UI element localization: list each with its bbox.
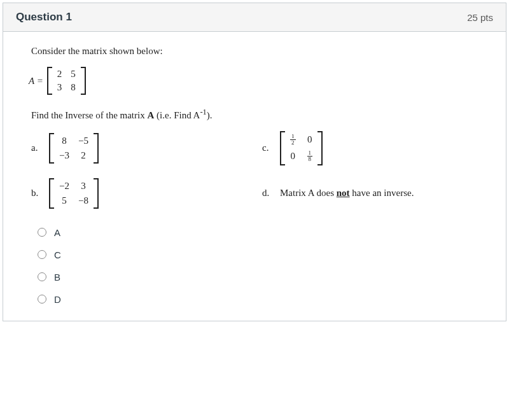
option-c-matrix: 1 2 0 0 1 8 [280, 131, 323, 165]
answer-choice-a[interactable]: A [38, 221, 480, 244]
opt-c-r1c1: 1 2 [290, 134, 296, 146]
matrix-a: 2 5 3 8 [47, 67, 86, 95]
option-c-grid: 1 2 0 0 1 8 [285, 131, 317, 165]
question-title: Question 1 [16, 11, 72, 24]
option-d-text: Matrix A does not have an inverse. [280, 188, 414, 199]
answer-choices: A C B D [3, 215, 506, 321]
opt-a-r2c1: −3 [59, 150, 69, 161]
option-b-matrix: −2 3 5 −8 [49, 178, 99, 209]
question-body: Consider the matrix shown below: A = 2 5… [3, 32, 506, 215]
matrix-a-grid: 2 5 3 8 [52, 67, 81, 95]
option-d-letter: d. [262, 188, 272, 199]
opt-a-r2c2: 2 [78, 150, 88, 161]
bracket-right-icon [94, 133, 99, 164]
option-d: d. Matrix A does not have an inverse. [262, 178, 480, 209]
option-a-matrix: 8 −5 −3 2 [49, 133, 99, 164]
matrix-a-r2c1: 3 [57, 83, 62, 92]
opt-b-r1c2: 3 [78, 181, 88, 192]
answer-label-a: A [54, 227, 60, 238]
matrix-a-r2c2: 8 [71, 83, 76, 92]
find-superscript: -1 [200, 108, 206, 116]
find-text-1: Find the Inverse of the matrix [31, 110, 147, 120]
question-points: 25 pts [467, 12, 493, 23]
option-a-letter: a. [31, 143, 41, 153]
bracket-left-icon [49, 178, 54, 209]
opt-a-r1c1: 8 [59, 136, 69, 146]
bracket-left-icon [49, 133, 54, 164]
option-c-letter: c. [262, 143, 272, 153]
answer-label-b: B [54, 272, 60, 283]
matrix-a-r1c2: 5 [71, 69, 76, 79]
opt-b-r2c2: −8 [78, 195, 88, 206]
question-card: Question 1 25 pts Consider the matrix sh… [3, 3, 506, 321]
radio-icon[interactable] [38, 272, 46, 281]
answer-choice-c[interactable]: C [38, 244, 480, 266]
radio-icon[interactable] [38, 295, 46, 304]
opt-a-r1c2: −5 [78, 136, 88, 146]
matrix-a-definition: A = 2 5 3 8 [29, 67, 86, 95]
find-instruction: Find the Inverse of the matrix A (i.e. F… [31, 108, 480, 121]
bracket-right-icon [94, 178, 99, 209]
option-b-letter: b. [31, 188, 41, 199]
opt-c-r2c2: 1 8 [307, 150, 313, 163]
answer-choice-d[interactable]: D [38, 288, 480, 311]
radio-icon[interactable] [38, 228, 46, 237]
option-a-grid: 8 −5 −3 2 [54, 133, 94, 164]
matrix-a-r1c1: 2 [57, 69, 62, 79]
bracket-left-icon [280, 131, 285, 165]
opt-b-r2c1: 5 [59, 195, 69, 206]
option-c: c. 1 2 0 0 1 8 [262, 131, 480, 165]
option-b-grid: −2 3 5 −8 [54, 178, 94, 209]
matrix-a-lhs: A = [29, 76, 43, 86]
option-a: a. 8 −5 −3 2 [31, 131, 249, 165]
option-b: b. −2 3 5 −8 [31, 178, 249, 209]
find-bold-A: A [147, 110, 154, 120]
answer-label-d: D [54, 294, 61, 305]
opt-b-r1c1: −2 [59, 181, 69, 192]
radio-icon[interactable] [38, 250, 46, 259]
question-header: Question 1 25 pts [3, 3, 506, 32]
opt-c-r1c2: 0 [307, 134, 313, 145]
bracket-right-icon [81, 67, 86, 95]
find-text-3: ). [207, 110, 213, 120]
options-grid: a. 8 −5 −3 2 c. [31, 131, 480, 209]
answer-choice-b[interactable]: B [38, 266, 480, 288]
bracket-right-icon [317, 131, 323, 165]
answer-label-c: C [54, 249, 61, 260]
opt-c-r2c1: 0 [290, 151, 296, 162]
find-text-2: (i.e. Find A [154, 110, 200, 120]
bracket-left-icon [47, 67, 52, 95]
prompt-intro: Consider the matrix shown below: [31, 46, 480, 57]
